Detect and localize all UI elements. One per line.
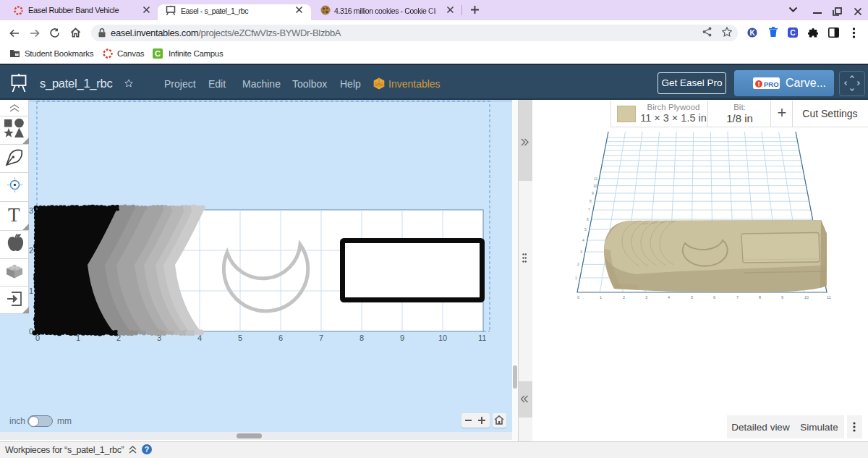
svg-text:5: 5 [238, 334, 242, 342]
svg-text:3: 3 [29, 206, 33, 215]
svg-text:10: 10 [438, 334, 447, 342]
svg-text:5: 5 [691, 295, 693, 300]
svg-text:1: 1 [575, 276, 577, 280]
svg-text:7: 7 [736, 295, 739, 300]
svg-text:3: 3 [645, 295, 647, 300]
svg-text:8: 8 [590, 199, 592, 203]
svg-text:9: 9 [592, 191, 594, 195]
svg-text:0: 0 [577, 295, 579, 300]
svg-text:C: C [790, 28, 796, 37]
svg-text:1: 1 [29, 287, 33, 295]
svg-text:2: 2 [29, 246, 33, 255]
svg-text:7: 7 [588, 208, 590, 212]
svg-text:2: 2 [577, 262, 579, 266]
svg-text:6: 6 [713, 295, 715, 300]
svg-text:9: 9 [400, 334, 404, 342]
svg-text:C: C [155, 49, 161, 58]
svg-text:4: 4 [582, 238, 584, 242]
svg-text:11: 11 [594, 177, 597, 181]
svg-text:2: 2 [623, 295, 625, 300]
svg-text:8: 8 [759, 295, 761, 300]
svg-text:6: 6 [278, 334, 283, 342]
svg-text:0: 0 [29, 327, 33, 336]
svg-text:8: 8 [359, 334, 364, 342]
svg-text:4: 4 [668, 295, 670, 300]
svg-text:7: 7 [319, 334, 323, 342]
svg-text:6: 6 [587, 217, 589, 221]
svg-text:10: 10 [804, 295, 809, 300]
svg-text:K: K [749, 29, 755, 37]
svg-text:?: ? [145, 445, 149, 454]
svg-text:11: 11 [827, 295, 831, 300]
svg-text:3: 3 [580, 250, 582, 254]
svg-text:9: 9 [781, 295, 783, 300]
svg-text:10: 10 [593, 184, 597, 188]
svg-text:5: 5 [584, 227, 587, 232]
svg-text:1: 1 [600, 295, 602, 300]
svg-text:11: 11 [478, 334, 486, 342]
